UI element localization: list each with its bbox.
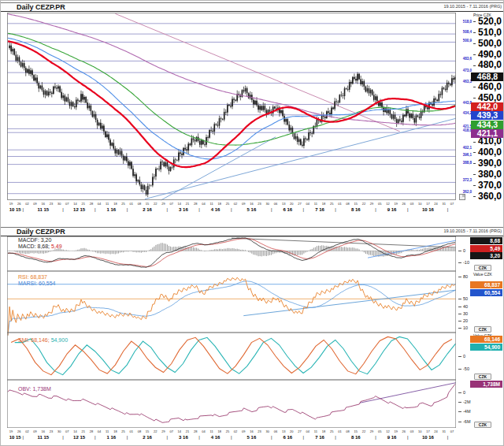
- indicator-chart-title: Daily CEZP.PR: [17, 228, 65, 236]
- ma-long-line[interactable]: [8, 14, 455, 125]
- indicator-axis-tick: -10: [458, 260, 469, 265]
- month-separator: |: [271, 207, 272, 212]
- ma-slow-line[interactable]: [8, 33, 455, 145]
- ma-value-badge: 434,3: [471, 121, 504, 129]
- main-price-chart-canvas[interactable]: [7, 13, 456, 200]
- month-label: 3 16: [172, 435, 195, 440]
- month-separator: |: [198, 207, 200, 212]
- month-separator: |: [94, 435, 96, 440]
- price-axis-label: 380,0: [473, 169, 502, 180]
- sr-level-label: 362,0: [457, 190, 472, 194]
- indicator-axis-tick: 0: [458, 354, 465, 359]
- legend-text: MARSI: 60,554: [18, 281, 55, 286]
- month-label: 1 16: [99, 435, 123, 440]
- indicator-axis-tick: -2M: [458, 400, 470, 404]
- month-separator: |: [375, 207, 376, 212]
- panel-border: [7, 380, 455, 427]
- month-label: 5 16: [239, 435, 263, 440]
- price-axis-label: 400,0: [473, 147, 502, 158]
- legend-text: RSI: 68,837: [18, 274, 47, 280]
- rsi-line[interactable]: [8, 277, 455, 336]
- trendline[interactable]: [161, 137, 276, 200]
- macd-panel-canvas[interactable]: [7, 236, 456, 271]
- indicator-axis-tick: 0: [458, 390, 465, 395]
- month-label: 5 16: [239, 207, 263, 212]
- month-label: 4 16: [204, 207, 228, 212]
- indicator-value-badge: 5,49: [470, 245, 502, 252]
- sr-level-label: 483,6: [457, 57, 472, 61]
- indicator-date-range: 19.10.2015 - 7.11.2016 (PRG): [443, 229, 502, 233]
- panel-border: [7, 271, 455, 332]
- trendline[interactable]: [232, 238, 456, 247]
- currency-unit-badge: CZK: [474, 326, 491, 333]
- main-chart-titlebar: Daily CEZP.PR 19.10.2015 - 7.11.2016 (PR…: [1, 2, 504, 12]
- month-separator: |: [22, 435, 24, 440]
- value-unit-header: Value CZK: [473, 273, 502, 277]
- indicator-axis-tick: -50: [458, 366, 469, 371]
- legend-text: 5,49: [51, 243, 62, 249]
- sr-level-label: 443,8: [457, 101, 472, 105]
- month-label: 2 16: [135, 207, 159, 212]
- charting-workspace: Daily CEZP.PR 19.10.2015 - 7.11.2016 (PR…: [0, 0, 504, 446]
- chart-annotation-icon[interactable]: [459, 194, 465, 200]
- main-chart-title: Daily CEZP.PR: [17, 3, 65, 11]
- indicator-legend: RSI: 68,837: [18, 274, 47, 280]
- obv-panel-canvas[interactable]: [7, 380, 456, 428]
- month-separator: |: [375, 435, 376, 440]
- month-label: 7 16: [308, 435, 332, 440]
- month-label: 10 16: [416, 207, 439, 212]
- month-label: 11 15: [32, 207, 55, 212]
- indicator-value-badge: 1,738M: [470, 381, 502, 388]
- month-label: 8 16: [344, 435, 368, 440]
- price-axis-label: 390,0: [473, 158, 502, 169]
- smi-signal-line[interactable]: [15, 336, 456, 374]
- month-label: 1 16: [99, 207, 123, 212]
- sr-level-label: 500,9: [457, 39, 472, 43]
- sr-level-label: 372,3: [457, 178, 472, 182]
- month-separator: |: [127, 207, 128, 212]
- month-separator: |: [198, 435, 200, 440]
- month-separator: |: [231, 207, 232, 212]
- sr-level-label: 463,3: [457, 80, 472, 84]
- price-axis-label: 480,0: [473, 59, 502, 70]
- indicator-axis-tick: 50: [458, 296, 468, 301]
- rsi-panel-canvas[interactable]: [7, 271, 456, 333]
- smi-panel-canvas[interactable]: [7, 333, 456, 380]
- last-price-badge: 468,8: [471, 72, 504, 81]
- price-axis-label: 460,0: [473, 81, 502, 92]
- macd-signal-line[interactable]: [8, 239, 455, 267]
- month-separator: |: [407, 207, 409, 212]
- sr-level-label: 388,8: [457, 161, 472, 165]
- sr-level-label: 434,2: [457, 111, 472, 115]
- month-separator: |: [407, 435, 409, 440]
- currency-unit-badge: CZK: [474, 265, 491, 271]
- indicator-value-badge: 68,146: [470, 336, 502, 343]
- month-label: 2 16: [135, 435, 159, 440]
- month-separator: |: [447, 435, 449, 440]
- indicator-legend: OBV: 1,738M: [18, 386, 51, 392]
- ma-value-badge: 439,3: [471, 111, 504, 120]
- month-separator: |: [231, 435, 232, 440]
- indicator-axis-tick: 40: [458, 304, 468, 309]
- price-axis-label: 510,0: [473, 27, 502, 38]
- currency-unit-badge: CZK: [474, 374, 491, 380]
- indicator-value-badge: 3,20: [470, 252, 502, 259]
- sr-level-label: 473,0: [457, 69, 472, 72]
- month-separator: |: [22, 207, 24, 212]
- legend-text: MACD: 8,68;: [18, 243, 51, 249]
- indicator-legend: SMI: 68,146; 54,900: [18, 337, 68, 343]
- price-axis-label: 520,0: [473, 16, 502, 27]
- ma-value-badge: 421,1: [471, 129, 504, 138]
- month-label: 9 16: [380, 435, 404, 440]
- obv-line[interactable]: [8, 384, 455, 422]
- indicator-axis-tick: 0: [458, 248, 465, 253]
- macd-line[interactable]: [8, 238, 455, 267]
- price-axis-label: 370,0: [473, 180, 502, 191]
- indicator-value-badge: 68,837: [470, 281, 502, 288]
- month-separator: |: [271, 435, 272, 440]
- month-label: 6 16: [276, 207, 299, 212]
- month-separator: |: [94, 207, 96, 212]
- month-label: 4 16: [204, 435, 228, 440]
- month-label: 12 15: [68, 435, 91, 440]
- indicator-axis-tick: -6M: [458, 419, 470, 424]
